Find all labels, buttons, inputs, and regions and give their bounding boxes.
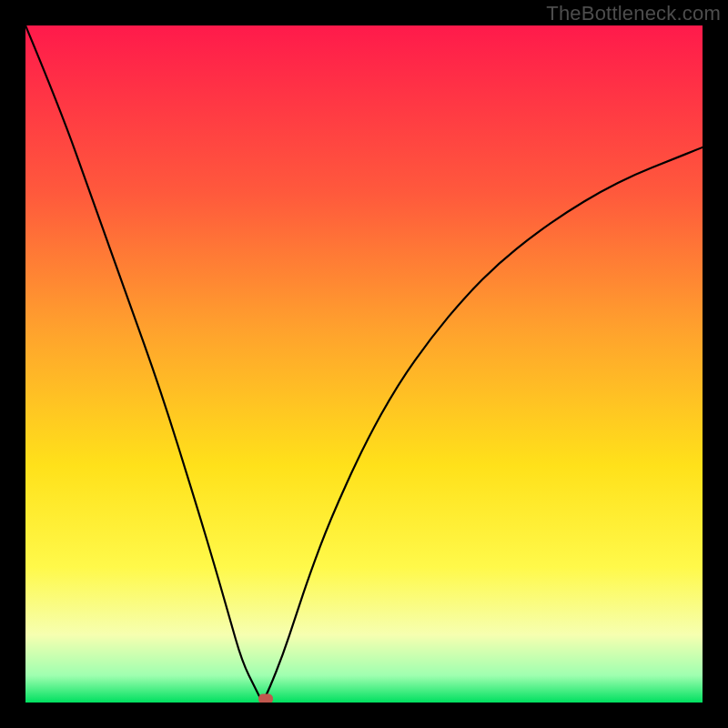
plot-area — [25, 25, 703, 703]
optimum-marker — [258, 694, 273, 703]
bottleneck-curve — [25, 25, 703, 699]
curve-layer — [25, 25, 703, 703]
attribution-text: TheBottleneck.com — [546, 2, 721, 25]
